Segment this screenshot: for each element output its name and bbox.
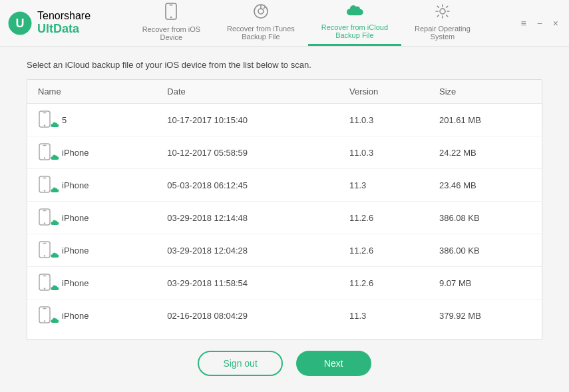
svg-point-9 — [440, 9, 445, 14]
logo-bottom-line: UltData — [37, 22, 91, 37]
device-icon-wrap — [38, 241, 57, 260]
cell-version: 11.3 — [339, 169, 429, 202]
cell-size: 386.00 KB — [429, 234, 542, 267]
cloud-badge-icon — [51, 186, 59, 196]
phone-icon — [38, 306, 51, 323]
minimize-button[interactable]: − — [534, 17, 545, 30]
device-name: iPhone — [62, 278, 89, 288]
svg-point-6 — [258, 9, 264, 14]
tab-ios-device-label: Recover from iOS Device — [142, 25, 200, 41]
svg-point-12 — [44, 124, 45, 126]
cell-name: iPhone — [27, 169, 156, 202]
nav-tabs: Recover from iOS Device Recover from iTu… — [95, 0, 518, 46]
device-name: 5 — [62, 115, 67, 125]
sign-out-button[interactable]: Sign out — [198, 351, 282, 376]
svg-point-4 — [170, 17, 172, 18]
phone-icon — [38, 143, 51, 160]
cell-name: iPhone — [27, 234, 156, 267]
cloud-badge-icon — [51, 121, 59, 130]
table-row[interactable]: iPhone 02-16-2018 08:04:2911.3379.92 MB — [27, 299, 542, 332]
instruction-text: Select an iCloud backup file of your iOS… — [27, 60, 542, 70]
logo-icon: U — [8, 11, 32, 35]
cell-name: 5 — [27, 104, 156, 136]
tab-repair-label: Repair Operating System — [415, 25, 471, 41]
tab-icloud-backup[interactable]: Recover from iCloud Backup File — [308, 0, 401, 46]
buttons-area: Sign out Next — [27, 340, 542, 381]
cloud-badge-icon — [51, 317, 59, 326]
cell-name: iPhone — [27, 136, 156, 169]
svg-point-24 — [44, 255, 45, 256]
svg-point-27 — [44, 288, 45, 289]
col-header-date: Date — [156, 80, 339, 104]
main-content: Select an iCloud backup file of your iOS… — [0, 47, 569, 392]
table-row[interactable]: 5 10-17-2017 10:15:4011.0.3201.61 MB — [27, 104, 542, 136]
device-icon-wrap — [38, 306, 57, 325]
title-bar: U Tenorshare UltData Recover from iOS De… — [0, 0, 569, 47]
svg-line-8 — [264, 7, 266, 9]
cell-name: iPhone — [27, 267, 156, 299]
tab-icloud-label: Recover from iCloud Backup File — [321, 23, 388, 39]
backup-table: Name Date Version Size — [27, 80, 542, 331]
cell-size: 201.61 MB — [429, 104, 542, 136]
svg-point-18 — [44, 190, 45, 191]
device-icon-wrap — [38, 208, 57, 227]
cell-version: 11.2.6 — [339, 267, 429, 299]
cell-name: iPhone — [27, 202, 156, 234]
col-header-name: Name — [27, 80, 156, 104]
cell-date: 05-03-2018 06:12:45 — [156, 169, 339, 202]
phone-icon — [38, 208, 51, 226]
cell-size: 24.22 MB — [429, 136, 542, 169]
cell-version: 11.3 — [339, 299, 429, 332]
tab-itunes-backup[interactable]: Recover from iTunes Backup File — [214, 0, 308, 46]
phone-icon — [38, 110, 51, 128]
phone-icon — [38, 241, 51, 258]
cell-date: 03-29-2018 12:14:48 — [156, 202, 339, 234]
table-row[interactable]: iPhone 03-29-2018 11:58:5411.2.69.07 MB — [27, 267, 542, 299]
close-button[interactable]: × — [550, 17, 561, 30]
svg-point-21 — [44, 222, 45, 224]
cell-version: 11.0.3 — [339, 104, 429, 136]
device-name: iPhone — [62, 213, 89, 223]
cell-date: 03-29-2018 11:58:54 — [156, 267, 339, 299]
next-button[interactable]: Next — [296, 351, 371, 376]
device-name: iPhone — [62, 311, 89, 321]
logo-text: Tenorshare UltData — [37, 9, 91, 37]
backup-table-container[interactable]: Name Date Version Size — [27, 79, 542, 340]
cell-size: 386.08 KB — [429, 202, 542, 234]
table-row[interactable]: iPhone 10-12-2017 05:58:5911.0.324.22 MB — [27, 136, 542, 169]
table-row[interactable]: iPhone 03-29-2018 12:14:4811.2.6386.08 K… — [27, 202, 542, 234]
cloud-badge-icon — [51, 252, 59, 261]
table-header-row: Name Date Version Size — [27, 80, 542, 104]
itunes-icon — [253, 3, 269, 22]
device-name: iPhone — [62, 180, 89, 190]
tab-ios-device[interactable]: Recover from iOS Device — [129, 0, 214, 46]
tab-repair-os[interactable]: Repair Operating System — [401, 0, 484, 46]
cloud-badge-icon — [51, 284, 59, 294]
icloud-icon — [345, 5, 364, 21]
cell-date: 10-12-2017 05:58:59 — [156, 136, 339, 169]
device-name: iPhone — [62, 148, 89, 158]
table-row[interactable]: iPhone 03-29-2018 12:04:2811.2.6386.00 K… — [27, 234, 542, 267]
col-header-version: Version — [339, 80, 429, 104]
col-header-size: Size — [429, 80, 542, 104]
device-name: iPhone — [62, 246, 89, 256]
svg-point-15 — [44, 157, 45, 158]
cell-date: 10-17-2017 10:15:40 — [156, 104, 339, 136]
menu-icon[interactable]: ≡ — [518, 17, 528, 30]
svg-point-30 — [44, 320, 45, 321]
cell-name: iPhone — [27, 299, 156, 332]
phone-icon — [38, 176, 51, 193]
window-controls: ≡ − × — [518, 17, 561, 30]
cell-date: 02-16-2018 08:04:29 — [156, 299, 339, 332]
cell-size: 379.92 MB — [429, 299, 542, 332]
device-icon-wrap — [38, 274, 57, 292]
repair-icon — [435, 3, 451, 22]
phone-icon — [38, 274, 51, 291]
table-row[interactable]: iPhone 05-03-2018 06:12:4511.323.46 MB — [27, 169, 542, 202]
cloud-badge-icon — [51, 154, 59, 163]
cell-version: 11.2.6 — [339, 234, 429, 267]
logo-top-line: Tenorshare — [37, 9, 91, 22]
cell-size: 9.07 MB — [429, 267, 542, 299]
svg-text:U: U — [16, 17, 25, 30]
cell-version: 11.2.6 — [339, 202, 429, 234]
